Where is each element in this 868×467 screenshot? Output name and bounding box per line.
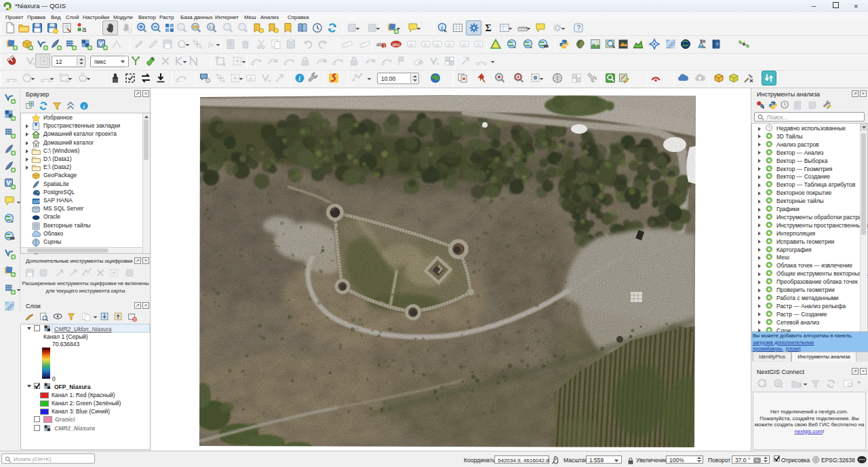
svg-text:ab: ab bbox=[409, 42, 414, 47]
svg-text:?: ? bbox=[577, 24, 581, 32]
svg-text:a: a bbox=[82, 25, 87, 33]
svg-text:Σ: Σ bbox=[486, 23, 492, 33]
svg-text:SAP: SAP bbox=[33, 200, 40, 204]
svg-text:ab: ab bbox=[423, 42, 429, 47]
svg-text:i: i bbox=[298, 75, 300, 82]
svg-text:1: 1 bbox=[383, 43, 386, 48]
svg-text:ab: ab bbox=[435, 42, 440, 47]
svg-text:abc: abc bbox=[392, 41, 400, 48]
svg-text:fx: fx bbox=[208, 40, 214, 48]
svg-text:ab: ab bbox=[462, 42, 467, 47]
svg-text:ab: ab bbox=[447, 42, 452, 47]
svg-text:1:1: 1:1 bbox=[209, 25, 215, 29]
svg-text:?: ? bbox=[715, 41, 719, 48]
svg-text:ab: ab bbox=[248, 76, 254, 81]
svg-text:ab: ab bbox=[476, 42, 481, 47]
